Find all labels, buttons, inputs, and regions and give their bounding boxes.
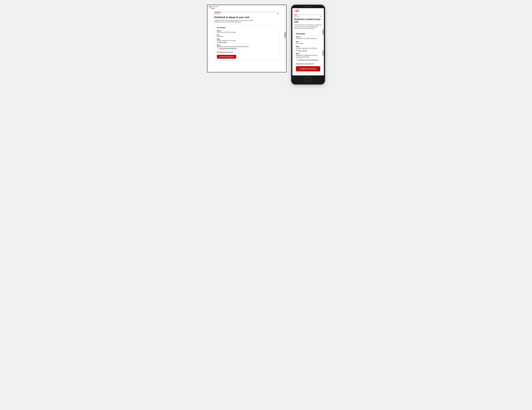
phone-continue-precheck-button[interactable]: Continue PreCheck-in (296, 66, 320, 71)
progress-step-label: Visit details (214, 13, 220, 14)
where-group: Where MinuteClinic, 215 Alewife Brook Pk… (217, 45, 277, 49)
phone-directions-external-icon: ↗ (318, 59, 319, 61)
progress-bar-track (214, 12, 279, 12)
add-to-calendar-link-row: 📅 Add to calendar (217, 42, 277, 43)
phone-header: ♥ minute clinic (292, 8, 324, 13)
phone-feedback-tab-1[interactable]: Feedback (322, 29, 324, 35)
skip-to-main-link[interactable]: Skip to main content (208, 6, 219, 7)
visit-details-card: Visit Details Service Physical and non-C… (214, 25, 279, 61)
phone-location-pin-icon: 📍 (296, 59, 298, 60)
phone-logo-heart-icon: ♥ (294, 10, 295, 12)
service-group: Service Physical and non-COVID screening… (217, 30, 277, 33)
progress-percent-label: 10% (277, 13, 279, 14)
phone-reschedule-external-icon: ↗ (314, 63, 315, 64)
phone-speaker (304, 6, 312, 7)
phone-add-to-calendar-link[interactable]: Add to calendar (298, 50, 307, 51)
logo: ♥ minute clinic (210, 6, 284, 9)
card-title: Visit Details (217, 27, 277, 28)
phone-when-value: Saturday, September 16, at 9:10 AM (296, 47, 320, 49)
reschedule-link-row: Reschedule or cancel this visit ↗ (217, 51, 277, 53)
phone-progress-step-label: Visit details (294, 16, 299, 17)
phone-where-group: Where MinuteClinic, 215 Alewife Brook Pk… (296, 53, 320, 61)
progress-section: Visit details 10% (214, 12, 279, 14)
phone-screen: ♥ minute clinic Visit details 10% PreChe… (292, 8, 324, 75)
phone-who-group: Who Kevin Boyko (296, 41, 320, 44)
directions-link[interactable]: Get directions using Google Maps (219, 48, 236, 49)
phone-where-label: Where (296, 53, 320, 54)
service-value: Physical and non-COVID screenings (217, 32, 277, 33)
phone-service-label: Service (296, 36, 320, 37)
when-value: Saturday, September 16, at 9:10 AM (217, 40, 277, 41)
location-pin-icon: 📍 (217, 48, 218, 49)
reschedule-external-icon: ↗ (233, 52, 234, 53)
service-label: Service (217, 30, 277, 31)
phone-reschedule-link[interactable]: Reschedule or cancel this visit (296, 63, 313, 64)
progress-label-row: Visit details 10% (214, 13, 279, 14)
phone-who-label: Who (296, 41, 320, 42)
mobile-phone-mockup: ♥ minute clinic Visit details 10% PreChe… (291, 5, 325, 84)
phone-progress-label-row: Visit details 10% (294, 16, 322, 17)
phone-progress-track (294, 15, 322, 15)
phone-visit-details-card: Visit Details Service Physical and non-C… (294, 31, 322, 73)
where-value: MinuteClinic, 215 Alewife Brook Pkwy, Ca… (217, 46, 277, 47)
feedback-tab-desktop[interactable]: Feedback (284, 32, 286, 38)
phone-feedback-tab-2[interactable]: Feedback (322, 50, 324, 56)
phone-progress-percent-label: 10% (320, 16, 322, 17)
when-label: When (217, 38, 277, 40)
progress-bar-fill (214, 12, 221, 12)
who-label: Who (217, 34, 277, 36)
phone-directions-link-row: 📍 Get directions using Google Maps ↗ (296, 59, 320, 61)
phone-calendar-icon: 📅 (296, 50, 298, 51)
phone-when-label: When (296, 46, 320, 47)
add-to-calendar-link[interactable]: Add to calendar (219, 42, 227, 43)
desktop-header: ♥ minute clinic (208, 5, 286, 10)
who-group: Who Kevin Boyko (217, 34, 277, 37)
phone-logo-text: minute clinic (295, 9, 299, 12)
desktop-browser-mockup: Skip to main content ♥ minute clinic Vis… (207, 5, 286, 72)
phone-service-group: Service Physical and non-COVID screening… (296, 36, 320, 39)
who-value: Kevin Boyko (217, 36, 277, 37)
phone-who-value: Kevin Boyko (296, 43, 320, 44)
phone-reschedule-link-row: Reschedule or cancel this visit ↗ (296, 63, 320, 65)
phone-directions-link[interactable]: Get directions using Google Maps (298, 59, 317, 61)
phone-add-to-calendar-link-row: 📅 Add to calendar (296, 50, 320, 51)
where-label: Where (217, 45, 277, 46)
phone-home-button[interactable] (305, 77, 311, 83)
phone-service-value: Physical and non-COVID screenings (296, 38, 320, 39)
reschedule-link[interactable]: Reschedule or cancel this visit (217, 51, 233, 53)
external-link-icon: ↗ (237, 48, 238, 49)
phone-card-title: Visit Details (296, 33, 320, 35)
phone-content: Visit details 10% PreCheck in ahead of y… (292, 13, 324, 75)
phone-page-subtitle: Complete consents, add insurance and pay… (294, 24, 322, 29)
directions-link-row: 📍 Get directions using Google Maps ↗ (217, 48, 277, 49)
phone-when-group: When Saturday, September 16, at 9:10 AM … (296, 46, 320, 51)
page-subtitle: Complete consents, add insurance and pay… (214, 20, 254, 23)
when-group: When Saturday, September 16, at 9:10 AM … (217, 38, 277, 43)
phone-progress-fill (294, 15, 297, 15)
phone-where-value: MinuteClinic, 215 Alewife Brook Pkwy, Ca… (296, 55, 320, 58)
phone-page-title: PreCheck in ahead of your visit (294, 18, 322, 23)
page-title: PreCheck in ahead of your visit (214, 16, 279, 19)
calendar-icon: 📅 (217, 42, 218, 43)
continue-precheck-button[interactable]: Continue PreCheck-in (217, 55, 236, 59)
desktop-main-content: Visit details 10% PreCheck in ahead of y… (208, 10, 286, 64)
phone-logo: ♥ minute clinic (294, 9, 322, 12)
